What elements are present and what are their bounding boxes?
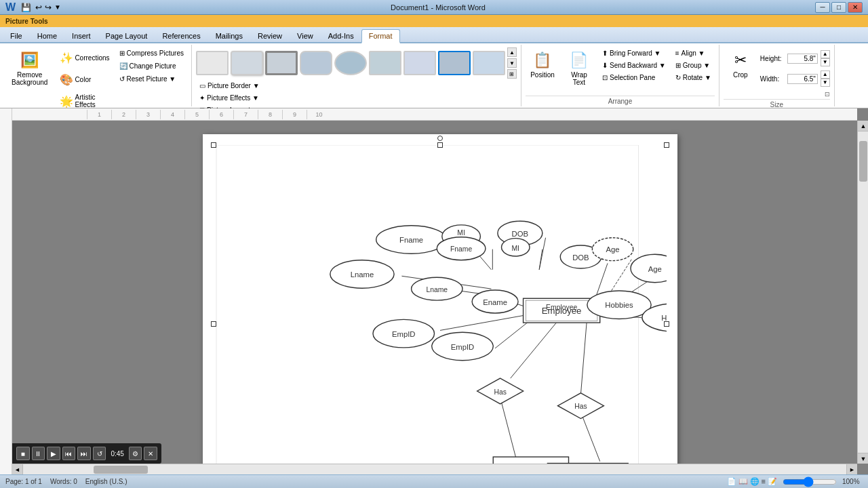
artistic-effects-icon: 🌟 bbox=[58, 93, 75, 109]
style-thumb-3[interactable] bbox=[265, 51, 298, 75]
scroll-right-button[interactable]: ► bbox=[846, 464, 857, 475]
rotation-handle[interactable] bbox=[437, 136, 443, 141]
height-up-button[interactable]: ▲ bbox=[821, 50, 830, 58]
handle-top-left[interactable] bbox=[211, 142, 216, 148]
width-input[interactable] bbox=[787, 74, 818, 84]
send-backward-button[interactable]: ⬇ Send Backward ▼ bbox=[599, 60, 669, 71]
size-expand-icon[interactable]: ⊡ bbox=[760, 91, 830, 98]
full-read-button[interactable]: 📖 bbox=[738, 477, 748, 486]
close-media-button[interactable]: ✕ bbox=[144, 447, 157, 460]
scroll-thumb-v[interactable] bbox=[859, 141, 867, 182]
scroll-up-button[interactable]: ▲ bbox=[858, 121, 868, 131]
web-view-button[interactable]: 🌐 bbox=[750, 477, 760, 486]
width-down-button[interactable]: ▼ bbox=[821, 79, 830, 87]
remove-background-button[interactable]: 🖼️ RemoveBackground bbox=[7, 47, 52, 88]
rotate-button[interactable]: ↻ Rotate ▼ bbox=[672, 72, 715, 83]
repeat-button[interactable]: ↺ bbox=[93, 447, 106, 460]
style-thumb-5[interactable] bbox=[334, 51, 367, 75]
fast-forward-button[interactable]: ⏭ bbox=[77, 447, 91, 460]
gallery-more-button[interactable]: ⊞ bbox=[507, 69, 517, 79]
zoom-slider[interactable] bbox=[783, 478, 837, 486]
selection-pane-icon: ⊡ bbox=[602, 74, 608, 81]
tab-home[interactable]: Home bbox=[30, 29, 64, 42]
word-logo-icon[interactable]: W bbox=[5, 1, 16, 14]
align-button[interactable]: ≡ Align ▼ bbox=[672, 47, 715, 59]
gallery-up-button[interactable]: ▲ bbox=[507, 47, 517, 57]
picture-border-icon: ▭ bbox=[199, 82, 205, 89]
tab-view[interactable]: View bbox=[290, 29, 321, 42]
bring-forward-icon: ⬆ bbox=[602, 49, 608, 57]
gallery-down-button[interactable]: ▼ bbox=[507, 58, 517, 68]
style-thumb-2[interactable] bbox=[231, 51, 263, 75]
style-thumb-4[interactable] bbox=[300, 51, 332, 75]
change-picture-button[interactable]: 🔄 Change Picture bbox=[116, 60, 187, 72]
height-label: Height: bbox=[760, 55, 785, 62]
pause-button[interactable]: ⏸ bbox=[32, 447, 45, 460]
handle-middle-left[interactable] bbox=[211, 321, 216, 327]
arrange-controls: 📋 Position 📄 WrapText ⬆ Bring Forward ▼ … bbox=[526, 46, 715, 96]
document-area: 1 2 3 4 5 6 7 8 9 10 bbox=[12, 108, 868, 474]
picture-border-button[interactable]: ▭ Picture Border ▼ bbox=[196, 80, 517, 92]
reset-picture-button[interactable]: ↺ Reset Picture ▼ bbox=[116, 73, 187, 85]
style-thumb-7[interactable] bbox=[403, 51, 436, 75]
scrollbar-vertical[interactable]: ▲ ▼ bbox=[857, 121, 868, 464]
style-thumb-8[interactable] bbox=[438, 51, 471, 75]
maximize-button[interactable]: □ bbox=[831, 2, 846, 13]
color-button[interactable]: 🎨 Color bbox=[55, 69, 113, 89]
save-icon[interactable]: 💾 bbox=[21, 3, 31, 12]
corrections-button[interactable]: ✨ Corrections bbox=[55, 47, 113, 68]
group-button[interactable]: ⊞ Group ▼ bbox=[672, 60, 715, 71]
tab-file[interactable]: File bbox=[3, 29, 30, 42]
height-down-button[interactable]: ▼ bbox=[821, 58, 830, 66]
draft-view-button[interactable]: 📝 bbox=[768, 477, 777, 486]
ribbon-group-adjust: 🖼️ RemoveBackground ✨ Corrections 🎨 Colo… bbox=[3, 45, 192, 106]
selection-pane-button[interactable]: ⊡ Selection Pane bbox=[599, 72, 669, 83]
print-view-button[interactable]: 📄 bbox=[727, 477, 736, 486]
empid-left-attr-label: EmpID bbox=[392, 330, 416, 338]
tab-review[interactable]: Review bbox=[250, 29, 290, 42]
color-icon: 🎨 bbox=[58, 71, 75, 87]
style-thumb-6[interactable] bbox=[369, 51, 401, 75]
tab-format[interactable]: Format bbox=[361, 29, 400, 43]
stop-button[interactable]: ■ bbox=[16, 447, 30, 460]
minimize-button[interactable]: ─ bbox=[815, 2, 830, 13]
tab-add-ins[interactable]: Add-Ins bbox=[321, 29, 361, 42]
title-bar-title: Document1 - Microsoft Word bbox=[391, 3, 486, 12]
words-status: Words: 0 bbox=[50, 478, 77, 485]
redo-icon[interactable]: ↪ bbox=[45, 3, 52, 12]
width-up-button[interactable]: ▲ bbox=[821, 70, 830, 79]
corrections-icon: ✨ bbox=[58, 49, 75, 66]
style-thumb-9[interactable] bbox=[473, 51, 505, 75]
picture-effects-button[interactable]: ✦ Picture Effects ▼ bbox=[196, 92, 517, 104]
play-button[interactable]: ▶ bbox=[47, 447, 60, 460]
style-thumb-1[interactable] bbox=[196, 51, 229, 75]
language-status: English (U.S.) bbox=[85, 478, 127, 485]
height-input[interactable] bbox=[787, 54, 818, 64]
handle-middle-right[interactable] bbox=[664, 321, 669, 327]
age-dashed-attr-label: Age bbox=[606, 245, 620, 253]
tab-mailings[interactable]: Mailings bbox=[208, 29, 250, 42]
outline-view-button[interactable]: ≡ bbox=[762, 477, 766, 486]
rewind-button[interactable]: ⏮ bbox=[62, 447, 76, 460]
height-spinner: ▲ ▼ bbox=[821, 50, 830, 66]
undo-icon[interactable]: ↩ bbox=[35, 3, 42, 12]
adjust-controls: 🖼️ RemoveBackground ✨ Corrections 🎨 Colo… bbox=[7, 46, 187, 113]
position-button[interactable]: 📋 Position bbox=[526, 47, 559, 81]
scroll-down-button[interactable]: ▼ bbox=[858, 453, 868, 464]
compress-pictures-button[interactable]: ⊞ Compress Pictures bbox=[116, 47, 187, 59]
wrap-text-button[interactable]: 📄 WrapText bbox=[562, 47, 596, 88]
bring-forward-button[interactable]: ⬆ Bring Forward ▼ bbox=[599, 47, 669, 59]
tab-page-layout[interactable]: Page Layout bbox=[98, 29, 155, 42]
scrollbar-horizontal[interactable]: ◄ ► bbox=[12, 464, 857, 474]
close-button[interactable]: ✕ bbox=[848, 2, 863, 13]
tab-references[interactable]: References bbox=[155, 29, 208, 42]
handle-top-right[interactable] bbox=[664, 142, 669, 148]
lname-attr-label: Lname bbox=[351, 270, 374, 279]
tab-insert[interactable]: Insert bbox=[64, 29, 98, 42]
handle-top-center[interactable] bbox=[437, 142, 443, 148]
scroll-left-button[interactable]: ◄ bbox=[12, 464, 23, 475]
crop-button[interactable]: ✂ Crop bbox=[724, 47, 757, 81]
customize-qa-icon[interactable]: ▼ bbox=[54, 3, 61, 11]
scroll-thumb-h[interactable] bbox=[94, 466, 148, 474]
settings-button[interactable]: ⚙ bbox=[129, 447, 142, 460]
